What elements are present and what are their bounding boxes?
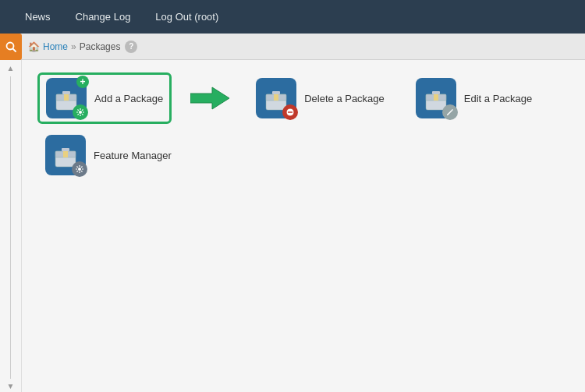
package-row-2: Feature Manager — [37, 130, 569, 180]
breadcrumb-home[interactable]: Home — [43, 41, 68, 52]
add-package-item[interactable]: + Add a Package — [37, 72, 172, 124]
search-button[interactable] — [0, 34, 22, 60]
nav-logout[interactable]: Log Out (root) — [146, 6, 228, 27]
svg-rect-5 — [64, 94, 69, 101]
help-icon[interactable]: ? — [125, 41, 137, 53]
left-sidebar: ▲ ▼ — [0, 60, 22, 392]
svg-line-1 — [13, 49, 16, 52]
breadcrumb: 🏠 Home » Packages ? — [0, 34, 585, 60]
add-overlay-icon — [73, 104, 88, 120]
arrow-indicator — [190, 84, 229, 112]
delete-package-icon — [256, 78, 296, 118]
svg-rect-21 — [63, 151, 68, 157]
package-row-1: + Add a Package — [37, 72, 569, 124]
delete-package-item[interactable]: Delete a Package — [248, 73, 392, 123]
svg-rect-20 — [62, 148, 69, 151]
breadcrumb-current: Packages — [80, 41, 121, 52]
scroll-up[interactable]: ▲ — [7, 63, 15, 74]
svg-rect-11 — [274, 94, 278, 101]
edit-overlay-icon — [442, 104, 458, 120]
main-content: ▲ ▼ — [0, 60, 585, 392]
add-package-icon: + — [46, 78, 87, 118]
scroll-down[interactable]: ▼ — [7, 381, 15, 392]
breadcrumb-separator: » — [71, 41, 76, 52]
delete-overlay-icon — [282, 104, 298, 120]
delete-package-label: Delete a Package — [304, 93, 385, 104]
svg-rect-17 — [434, 94, 438, 101]
svg-rect-10 — [272, 91, 280, 94]
add-badge: + — [76, 76, 89, 88]
svg-rect-4 — [62, 91, 70, 94]
svg-rect-16 — [432, 91, 440, 94]
home-icon: 🏠 — [28, 41, 40, 52]
edit-package-item[interactable]: Edit a Package — [408, 73, 540, 123]
content-area: + Add a Package — [22, 60, 585, 392]
search-icon — [5, 41, 16, 52]
add-package-label: Add a Package — [94, 93, 163, 104]
feature-overlay-icon — [72, 161, 87, 177]
feature-manager-icon — [45, 135, 86, 175]
svg-point-6 — [79, 111, 82, 114]
nav-news[interactable]: News — [16, 6, 60, 27]
feature-manager-label: Feature Manager — [94, 150, 172, 161]
svg-point-22 — [78, 168, 81, 171]
svg-marker-7 — [190, 87, 229, 109]
sidebar-line — [10, 76, 11, 379]
edit-package-label: Edit a Package — [464, 93, 532, 104]
feature-manager-item[interactable]: Feature Manager — [37, 130, 179, 180]
edit-package-icon — [416, 78, 456, 118]
arrow-svg — [190, 84, 229, 112]
top-navigation: News Change Log Log Out (root) — [0, 0, 585, 34]
nav-changelog[interactable]: Change Log — [66, 6, 140, 27]
